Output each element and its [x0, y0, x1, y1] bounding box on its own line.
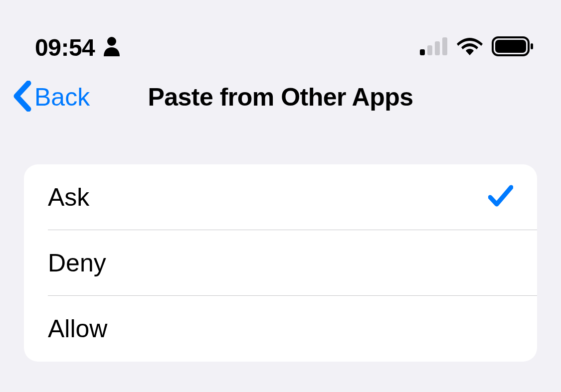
- page-title: Paste from Other Apps: [148, 83, 413, 112]
- status-time: 09:54: [35, 34, 95, 61]
- person-icon: [103, 36, 121, 58]
- svg-rect-6: [495, 40, 526, 53]
- status-bar-right: [420, 36, 534, 58]
- svg-point-0: [107, 37, 116, 46]
- battery-icon: [492, 36, 534, 58]
- option-list: Ask Deny Allow: [24, 164, 537, 362]
- navigation-bar: Back Paste from Other Apps: [0, 70, 561, 125]
- svg-rect-2: [427, 45, 432, 55]
- chevron-left-icon: [12, 81, 31, 114]
- cellular-signal-icon: [420, 37, 448, 57]
- wifi-icon: [457, 37, 483, 58]
- option-label: Allow: [48, 314, 107, 343]
- svg-rect-4: [442, 37, 447, 55]
- option-deny[interactable]: Deny: [24, 230, 537, 296]
- svg-rect-1: [420, 49, 425, 55]
- checkmark-icon: [488, 184, 513, 210]
- option-ask[interactable]: Ask: [24, 164, 537, 230]
- back-label: Back: [34, 83, 90, 112]
- status-bar-left: 09:54: [35, 34, 121, 61]
- option-label: Deny: [48, 249, 106, 277]
- svg-rect-7: [531, 43, 533, 49]
- svg-rect-3: [435, 41, 440, 55]
- back-button[interactable]: Back: [12, 81, 90, 114]
- option-allow[interactable]: Allow: [24, 296, 537, 362]
- status-bar: 09:54: [0, 0, 561, 70]
- content-area: Ask Deny Allow: [0, 125, 561, 362]
- option-label: Ask: [48, 183, 89, 212]
